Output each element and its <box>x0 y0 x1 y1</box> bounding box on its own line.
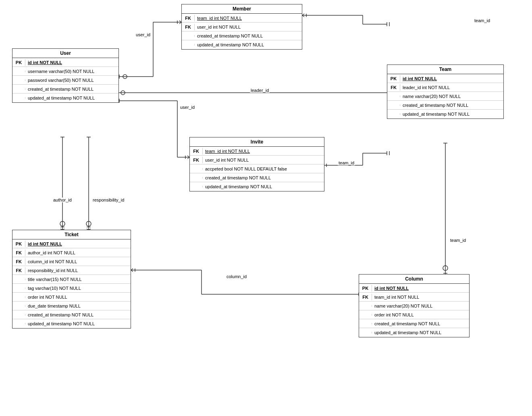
ticket-key-pk: PK <box>12 241 25 247</box>
ticket-key-8 <box>12 314 25 316</box>
member-row-updated: updated_at timestamp NOT NULL <box>182 40 302 49</box>
user-row-updated: updated_at timestamp NOT NULL <box>12 94 118 102</box>
invite-row-user-id: FK user_id int NOT NULL <box>190 156 324 164</box>
column-col-updated: updated_at timestamp NOT NULL <box>372 329 469 336</box>
column-col-name: name varchar(20) NOT NULL <box>372 303 469 309</box>
invite-row-accepted: accpeted bool NOT NULL DEFAULT false <box>190 164 324 173</box>
member-col-user-id: user_id int NOT NULL <box>195 24 302 30</box>
ticket-key-5 <box>12 287 25 289</box>
ticket-col-id: id int NOT NULL <box>25 241 131 247</box>
invite-col-user-id: user_id int NOT NULL <box>203 157 324 163</box>
ticket-row-id: PK id int NOT NULL <box>12 239 131 248</box>
svg-line-62 <box>131 268 133 270</box>
table-column-title: Column <box>359 275 469 284</box>
member-key-4 <box>182 44 195 46</box>
team-row-leader: FK leader_id int NOT NULL <box>387 83 503 92</box>
column-row-order: order int NOT NULL <box>359 310 469 319</box>
team-key-pk: PK <box>387 75 400 82</box>
ticket-col-tag: tag varchar(10) NOT NULL <box>25 285 131 291</box>
user-col-created: created_at timestamp NOT NULL <box>25 86 118 92</box>
invite-row-created: created_at timestamp NOT NULL <box>190 173 324 182</box>
svg-line-21 <box>302 15 304 17</box>
table-column: Column PK id int NOT NULL FK team_id int… <box>359 274 470 337</box>
team-row-name: name varchar(20) NOT NULL <box>387 92 503 101</box>
ticket-row-created: created_at timestamp NOT NULL <box>12 310 131 319</box>
user-row-created: created_at timestamp NOT NULL <box>12 85 118 94</box>
table-team: Team PK id int NOT NULL FK leader_id int… <box>387 64 504 119</box>
column-key-5 <box>359 332 372 333</box>
user-key-2 <box>12 79 25 81</box>
ticket-key-7 <box>12 305 25 307</box>
ticket-row-due: due_date timestamp NULL <box>12 302 131 310</box>
team-row-updated: updated_at timestamp NOT NULL <box>387 110 503 119</box>
member-row-user-id: FK user_id int NOT NULL <box>182 23 302 31</box>
table-member-title: Member <box>182 4 302 14</box>
user-key-3 <box>12 88 25 90</box>
column-col-created: created_at timestamp NOT NULL <box>372 320 469 327</box>
table-user-title: User <box>12 49 118 58</box>
ticket-row-responsibility: FK responsibility_id int NULL <box>12 266 131 275</box>
label-user-id-member: user_id <box>135 32 151 37</box>
column-row-team: FK team_id int NOT NULL <box>359 293 469 302</box>
member-col-team-id: team_id int NOT NULL <box>195 15 302 21</box>
team-key-2 <box>387 96 400 97</box>
team-col-created: created_at timestamp NOT NULL <box>400 102 503 108</box>
invite-col-created: created_at timestamp NOT NULL <box>203 175 324 181</box>
user-key-pk: PK <box>12 59 25 66</box>
table-user: User PK id int NOT NULL username varchar… <box>12 48 119 103</box>
table-ticket-title: Ticket <box>12 230 131 239</box>
team-row-created: created_at timestamp NOT NULL <box>387 101 503 110</box>
ticket-col-updated: updated_at timestamp NOT NULL <box>25 320 131 327</box>
user-row-id: PK id int NOT NULL <box>12 58 118 67</box>
member-col-created: created_at timestamp NOT NULL <box>195 33 302 39</box>
ticket-key-fk3: FK <box>12 267 25 274</box>
ticket-col-column: column_id int NOT NULL <box>25 258 131 265</box>
team-col-name: name varchar(20) NOT NULL <box>400 93 503 100</box>
invite-key-fk2: FK <box>190 157 203 163</box>
team-row-id: PK id int NOT NULL <box>387 74 503 83</box>
ticket-key-fk2: FK <box>12 258 25 265</box>
member-key-3 <box>182 35 195 37</box>
svg-point-8 <box>123 75 127 79</box>
column-key-pk: PK <box>359 285 372 291</box>
user-key-4 <box>12 97 25 99</box>
invite-key-4 <box>190 186 203 187</box>
user-row-username: username varchar(50) NOT NULL <box>12 67 118 76</box>
label-leader-id: leader_id <box>250 88 270 93</box>
ticket-row-column: FK column_id int NOT NULL <box>12 257 131 266</box>
user-col-password: password varchar(50) NOT NULL <box>25 77 118 83</box>
team-key-3 <box>387 104 400 106</box>
svg-point-45 <box>443 266 448 270</box>
column-key-4 <box>359 323 372 324</box>
ticket-key-4 <box>12 279 25 280</box>
ticket-row-author: FK author_id int NOT NULL <box>12 248 131 257</box>
member-col-updated: updated_at timestamp NOT NULL <box>195 42 302 48</box>
ticket-row-title: title varchar(15) NOT NULL <box>12 275 131 284</box>
user-row-password: password varchar(50) NOT NULL <box>12 76 118 85</box>
team-key-fk: FK <box>387 84 400 91</box>
table-ticket: Ticket PK id int NOT NULL FK author_id i… <box>12 230 131 329</box>
user-col-updated: updated_at timestamp NOT NULL <box>25 95 118 101</box>
ticket-row-tag: tag varchar(10) NOT NULL <box>12 284 131 293</box>
label-author-id: author_id <box>52 198 73 202</box>
label-team-id-column: team_id <box>449 238 467 243</box>
team-col-leader: leader_id int NOT NULL <box>400 84 503 91</box>
ticket-key-fk1: FK <box>12 250 25 256</box>
invite-key-2 <box>190 168 203 170</box>
user-col-id: id int NOT NULL <box>25 59 118 66</box>
user-col-username: username varchar(50) NOT NULL <box>25 68 118 75</box>
user-key-1 <box>12 71 25 72</box>
column-col-order: order int NOT NULL <box>372 312 469 318</box>
ticket-key-9 <box>12 323 25 324</box>
label-user-id-invite: user_id <box>179 105 195 110</box>
column-key-fk: FK <box>359 294 372 300</box>
invite-col-updated: updated_at timestamp NOT NULL <box>203 183 324 190</box>
label-column-id: column_id <box>226 274 247 279</box>
svg-line-63 <box>131 270 133 272</box>
column-row-updated: updated_at timestamp NOT NULL <box>359 328 469 337</box>
svg-point-54 <box>86 221 91 226</box>
ticket-col-order: order int NOT NULL <box>25 294 131 300</box>
invite-col-accepted: accpeted bool NOT NULL DEFAULT false <box>203 166 324 172</box>
table-invite-title: Invite <box>190 137 324 147</box>
column-col-id: id int NOT NULL <box>372 285 469 291</box>
